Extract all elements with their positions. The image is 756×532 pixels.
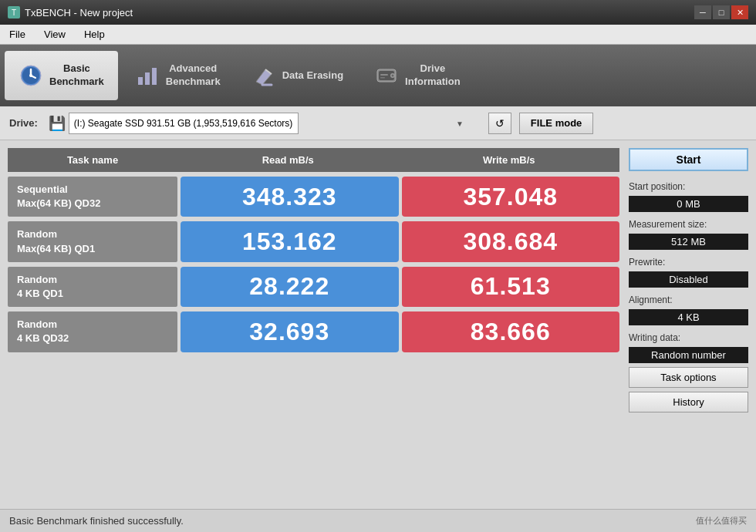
svg-rect-5 [138, 77, 143, 85]
title-bar: T TxBENCH - New project ─ □ ✕ [0, 0, 756, 25]
drive-information-label: DriveInformation [405, 62, 461, 89]
bench-write-3: 83.666 [402, 311, 620, 352]
menu-bar: File View Help [0, 25, 756, 45]
svg-rect-12 [380, 74, 388, 76]
drive-selector[interactable]: (I:) Seagate SSD 931.51 GB (1,953,519,61… [69, 113, 299, 134]
watermark: 值什么值得买 [696, 515, 747, 527]
bench-write-1: 308.684 [402, 221, 620, 261]
bench-write-2: 61.513 [402, 267, 620, 307]
drive-row: Drive: 💾 (I:) Seagate SSD 931.51 GB (1,9… [0, 106, 756, 140]
menu-file[interactable]: File [6, 27, 29, 42]
writing-data-value: Random number [629, 347, 748, 363]
maximize-button[interactable]: □ [713, 5, 730, 19]
bench-row-1: RandomMax(64 KB) QD1 153.162 308.684 [8, 221, 619, 261]
basic-benchmark-label: BasicBenchmark [49, 62, 104, 89]
status-bar: Basic Benchmark finished successfully. 值… [0, 509, 756, 532]
bench-read-2: 28.222 [181, 267, 399, 307]
clock-icon [19, 63, 43, 88]
start-position-label: Start position: [629, 181, 748, 192]
tab-basic-benchmark[interactable]: BasicBenchmark [5, 51, 118, 100]
drive-icon [374, 63, 399, 88]
right-panel: Start Start position: 0 MB Measurement s… [629, 148, 748, 501]
advanced-benchmark-label: AdvancedBenchmark [166, 62, 221, 89]
tab-advanced-benchmark[interactable]: AdvancedBenchmark [121, 51, 235, 100]
start-button[interactable]: Start [629, 148, 748, 171]
app-icon: T [8, 6, 20, 19]
svg-rect-7 [152, 68, 157, 85]
header-read: Read mB/s [177, 148, 399, 172]
bench-read-0: 348.323 [181, 177, 399, 217]
tab-drive-information[interactable]: DriveInformation [360, 51, 474, 100]
title-bar-left: T TxBENCH - New project [8, 6, 133, 19]
window-title: TxBENCH - New project [25, 7, 133, 19]
header-write: Write mB/s [399, 148, 620, 172]
bench-write-0: 357.048 [402, 177, 620, 217]
history-button[interactable]: History [629, 392, 748, 412]
prewrite-label: Prewrite: [629, 257, 748, 268]
svg-rect-13 [380, 77, 385, 79]
bench-row-2: Random4 KB QD1 28.222 61.513 [8, 267, 619, 307]
bench-label-1: RandomMax(64 KB) QD1 [8, 221, 177, 261]
prewrite-value: Disabled [629, 271, 748, 288]
drive-icon-small: 💾 [49, 115, 66, 132]
data-erasing-label: Data Erasing [282, 69, 343, 82]
task-options-button[interactable]: Task options [629, 367, 748, 388]
bench-label-2: Random4 KB QD1 [8, 267, 177, 307]
measurement-size-value: 512 MB [629, 234, 748, 250]
status-message: Basic Benchmark finished successfully. [9, 515, 184, 527]
bench-header: Task name Read mB/s Write mB/s [8, 148, 619, 172]
alignment-label: Alignment: [629, 295, 748, 305]
drive-label: Drive: [9, 117, 38, 129]
bench-read-1: 153.162 [181, 221, 399, 261]
measurement-size-label: Measurement size: [629, 219, 748, 230]
svg-point-4 [29, 74, 32, 77]
drive-selector-wrap: (I:) Seagate SSD 931.51 GB (1,953,519,61… [69, 113, 485, 134]
bar-chart-icon [135, 63, 160, 88]
bench-row-3: Random4 KB QD32 32.693 83.666 [8, 311, 619, 352]
erase-icon [251, 63, 276, 88]
bench-read-3: 32.693 [181, 311, 399, 352]
toolbar: BasicBenchmark AdvancedBenchmark Data Er… [0, 45, 756, 106]
menu-view[interactable]: View [41, 27, 69, 42]
benchmark-table: Task name Read mB/s Write mB/s Sequentia… [8, 148, 619, 501]
refresh-button[interactable]: ↺ [488, 113, 511, 134]
window-controls: ─ □ ✕ [694, 5, 748, 19]
bench-row-0: SequentialMax(64 KB) QD32 348.323 357.04… [8, 177, 619, 217]
file-mode-button[interactable]: FILE mode [519, 113, 593, 134]
close-button[interactable]: ✕ [731, 5, 748, 19]
menu-help[interactable]: Help [81, 27, 108, 42]
main-area: Task name Read mB/s Write mB/s Sequentia… [0, 140, 756, 509]
start-position-value: 0 MB [629, 196, 748, 212]
tab-data-erasing[interactable]: Data Erasing [238, 51, 357, 100]
writing-data-label: Writing data: [629, 332, 748, 343]
alignment-value: 4 KB [629, 309, 748, 325]
minimize-button[interactable]: ─ [694, 5, 711, 19]
header-task: Task name [8, 148, 177, 172]
bench-label-3: Random4 KB QD32 [8, 311, 177, 352]
svg-rect-6 [145, 72, 150, 85]
svg-point-11 [392, 75, 394, 77]
bench-label-0: SequentialMax(64 KB) QD32 [8, 177, 177, 217]
